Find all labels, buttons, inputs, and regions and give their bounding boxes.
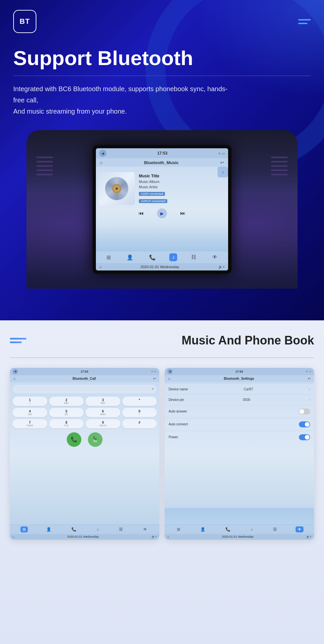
- nav-music-icon[interactable]: ♪: [169, 253, 177, 261]
- car-container: ◀ 17:53 ∧ ▭ ⌂ Bluetooth_Music ↩: [13, 130, 311, 289]
- dial-key-0[interactable]: 0+: [122, 408, 157, 417]
- next-button[interactable]: ⏭: [180, 210, 185, 216]
- settings-row-auto-connect[interactable]: Auto connect: [165, 418, 314, 431]
- footer-vol-icon[interactable]: 🔊+: [218, 265, 225, 269]
- auto-answer-toggle[interactable]: [299, 409, 310, 414]
- status-icons: ∧ ▭: [218, 152, 225, 155]
- back-button[interactable]: ◀: [99, 150, 106, 157]
- call-answer-button[interactable]: 📞: [67, 432, 81, 447]
- left-status-bar: ◀ 17:53 ∧ ▭: [10, 368, 159, 375]
- nav-menu-icon[interactable]: ⊞: [104, 254, 113, 261]
- nav-link-icon[interactable]: ⛓: [189, 254, 198, 261]
- album-row: Music Title Music Album Music Artist A2D…: [99, 172, 225, 205]
- call-re-button[interactable]: 📞Re: [88, 432, 102, 447]
- left-screen: ◀ 17:53 ∧ ▭ ⌂ Bluetooth_Call ↩ ✕: [10, 368, 159, 540]
- right-signal-icon: ∧: [306, 370, 308, 373]
- settings-row-auto-answer[interactable]: Auto answer: [165, 405, 314, 418]
- music-content: ♪ Music Title Mus: [96, 167, 228, 251]
- hero-divider: [13, 76, 311, 76]
- right-nav-menu[interactable]: ⊞: [175, 526, 182, 532]
- music-artist: Music Artist: [139, 185, 167, 189]
- left-nav-title: Bluetooth_Call: [73, 377, 96, 380]
- screens-row: ◀ 17:53 ∧ ▭ ⌂ Bluetooth_Call ↩ ✕: [10, 368, 314, 540]
- left-signal-icon: ∧: [151, 370, 153, 373]
- right-nav-phone[interactable]: 📞: [224, 526, 232, 532]
- right-footer-vol[interactable]: 🔊+: [306, 535, 311, 538]
- left-nav-menu[interactable]: ⊞: [20, 526, 28, 532]
- nav-phone-icon[interactable]: 📞: [147, 254, 158, 261]
- auto-answer-label: Auto answer: [169, 410, 187, 413]
- left-nav-phone[interactable]: 📞: [70, 526, 78, 532]
- dial-key-2[interactable]: 2ABC: [49, 397, 84, 406]
- left-battery-icon: ▭: [154, 370, 157, 373]
- right-status-bar: ◀ 17:53 ∧ ▭: [165, 368, 314, 375]
- left-back-btn[interactable]: ◀: [13, 369, 18, 374]
- settings-row-device-name[interactable]: Device name CarBT ›: [165, 384, 314, 395]
- left-bottom-nav: ⊞ 👤 📞 ♪ ⛓ 👁: [10, 524, 159, 534]
- auto-connect-toggle[interactable]: [299, 421, 310, 427]
- device-name-label: Device name: [169, 387, 188, 391]
- auto-connect-label: Auto connect: [169, 422, 188, 426]
- music-info: Music Title Music Album Music Artist A2D…: [139, 174, 167, 203]
- footer-bar: ⌂ 2020-01-01 Wednesday 🔊+: [96, 263, 228, 270]
- left-back-icon[interactable]: ↩: [153, 376, 156, 381]
- avrcp-badge: AVRCP connected: [139, 199, 167, 203]
- hero-header: BT: [13, 10, 311, 33]
- left-nav-link[interactable]: ⛓: [117, 526, 125, 532]
- status-time: 17:53: [157, 151, 168, 156]
- left-status-time: 17:53: [81, 370, 88, 373]
- auto-connect-knob: [305, 422, 309, 427]
- search-clear-icon[interactable]: ✕: [151, 387, 154, 391]
- a2dp-badge: A2DP connected: [139, 192, 165, 196]
- footer-home-icon[interactable]: ⌂: [99, 265, 101, 269]
- left-footer-vol[interactable]: 🔊+: [151, 535, 157, 538]
- dial-key-star[interactable]: *: [122, 397, 157, 406]
- music-title: Music Title: [139, 174, 167, 178]
- device-name-chevron-icon: ›: [309, 387, 310, 391]
- dial-key-6[interactable]: 6MNO: [86, 408, 120, 417]
- settings-row-device-pin[interactable]: Device pin 0000 ›: [165, 395, 314, 405]
- right-home-icon[interactable]: ⌂: [168, 376, 170, 380]
- dial-key-4[interactable]: 4GHI: [13, 408, 47, 417]
- note-icon[interactable]: ♪: [218, 167, 228, 177]
- settings-row-power[interactable]: Power: [165, 431, 314, 444]
- dial-key-hash[interactable]: #: [122, 419, 157, 428]
- bottom-nav: ⊞ 👤 📞 ♪ ⛓ 👁: [96, 251, 228, 263]
- dial-key-3[interactable]: 3DEF: [86, 397, 120, 406]
- menu-icon[interactable]: [298, 19, 311, 24]
- left-screen-wrap: ◀ 17:53 ∧ ▭ ⌂ Bluetooth_Call ↩ ✕: [10, 368, 159, 540]
- left-home-icon[interactable]: ⌂: [13, 376, 16, 380]
- device-pin-chevron-icon: ›: [309, 398, 310, 402]
- footer-date: 2020-01-01 Wednesday: [101, 265, 218, 269]
- right-nav-music[interactable]: ♪: [249, 526, 255, 532]
- left-nav-eye[interactable]: 👁: [142, 526, 149, 532]
- dial-key-8[interactable]: 8TUV: [49, 419, 84, 428]
- nav-title: Bluetooth_Music: [144, 160, 179, 165]
- dial-key-7[interactable]: 7PQRS: [13, 419, 47, 428]
- dial-key-9[interactable]: 9WXYZ: [86, 419, 120, 428]
- right-back-icon[interactable]: ↩: [308, 376, 311, 381]
- dial-key-1[interactable]: 1—: [13, 397, 47, 406]
- prev-button[interactable]: ⏮: [139, 210, 144, 216]
- settings-wave: [165, 508, 314, 524]
- left-footer: ⌂ 2020-01-01 Wednesday 🔊+: [10, 534, 159, 540]
- home-icon[interactable]: ⌂: [100, 160, 102, 165]
- play-button[interactable]: ▶: [157, 208, 167, 218]
- power-label: Power: [169, 435, 178, 439]
- left-nav-music[interactable]: ♪: [95, 526, 101, 532]
- screen-bezel: ◀ 17:53 ∧ ▭ ⌂ Bluetooth_Music ↩: [93, 145, 231, 274]
- right-back-btn[interactable]: ◀: [167, 369, 173, 374]
- vent-right: [271, 157, 288, 175]
- section-icon: [10, 338, 26, 343]
- nav-back-icon[interactable]: ↩: [220, 160, 224, 165]
- right-nav-link[interactable]: ⛓: [271, 526, 279, 532]
- power-toggle[interactable]: [299, 434, 310, 440]
- right-nav-contacts[interactable]: 👤: [199, 526, 207, 532]
- vent-left: [36, 157, 53, 175]
- nav-contacts-icon[interactable]: 👤: [125, 254, 135, 261]
- left-nav-contacts[interactable]: 👤: [45, 526, 53, 532]
- right-status-icons: ∧ ▭: [306, 370, 311, 373]
- nav-eye-icon[interactable]: 👁: [210, 254, 220, 261]
- right-nav-eye[interactable]: 👁: [296, 526, 304, 532]
- dial-key-5[interactable]: 5JKL: [49, 408, 84, 417]
